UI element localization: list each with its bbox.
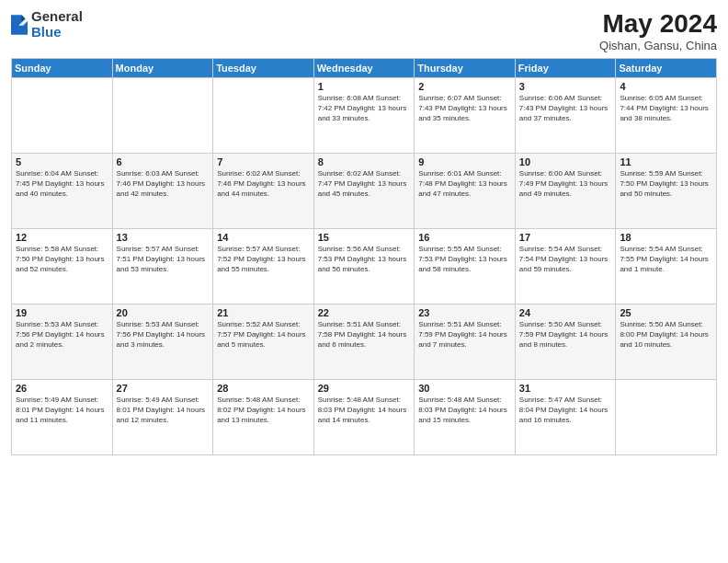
day-number: 6 xyxy=(117,156,210,167)
calendar-body: 1Sunrise: 6:08 AM Sunset: 7:42 PM Daylig… xyxy=(12,78,717,455)
day-info: Sunrise: 5:50 AM Sunset: 7:59 PM Dayligh… xyxy=(519,320,612,350)
day-number: 22 xyxy=(318,307,411,318)
day-number: 23 xyxy=(418,307,511,318)
page-header: General Blue May 2024 Qishan, Gansu, Chi… xyxy=(11,9,717,52)
day-number: 26 xyxy=(16,383,108,394)
day-number: 18 xyxy=(620,232,712,243)
day-info: Sunrise: 6:03 AM Sunset: 7:46 PM Dayligh… xyxy=(117,169,210,199)
calendar-cell: 21Sunrise: 5:52 AM Sunset: 7:57 PM Dayli… xyxy=(213,304,314,380)
day-number: 28 xyxy=(217,383,310,394)
calendar-cell: 26Sunrise: 5:49 AM Sunset: 8:01 PM Dayli… xyxy=(12,380,113,455)
day-number: 4 xyxy=(620,81,712,92)
day-number: 30 xyxy=(418,383,511,394)
calendar-cell: 13Sunrise: 5:57 AM Sunset: 7:51 PM Dayli… xyxy=(112,229,213,304)
calendar: SundayMondayTuesdayWednesdayThursdayFrid… xyxy=(11,58,717,455)
day-number: 31 xyxy=(519,383,612,394)
day-info: Sunrise: 6:04 AM Sunset: 7:45 PM Dayligh… xyxy=(16,169,108,199)
calendar-cell xyxy=(213,78,314,154)
day-number: 7 xyxy=(217,156,310,167)
day-info: Sunrise: 6:07 AM Sunset: 7:43 PM Dayligh… xyxy=(418,94,511,123)
day-info: Sunrise: 6:02 AM Sunset: 7:46 PM Dayligh… xyxy=(217,169,310,199)
day-info: Sunrise: 6:02 AM Sunset: 7:47 PM Dayligh… xyxy=(318,169,411,199)
day-number: 2 xyxy=(418,81,511,92)
day-number: 24 xyxy=(519,307,612,318)
month-title: May 2024 xyxy=(599,9,717,39)
day-info: Sunrise: 5:53 AM Sunset: 7:56 PM Dayligh… xyxy=(16,320,108,350)
calendar-week-1: 1Sunrise: 6:08 AM Sunset: 7:42 PM Daylig… xyxy=(12,78,717,154)
calendar-cell: 31Sunrise: 5:47 AM Sunset: 8:04 PM Dayli… xyxy=(515,380,616,455)
day-info: Sunrise: 5:48 AM Sunset: 8:02 PM Dayligh… xyxy=(217,396,310,425)
calendar-cell xyxy=(12,78,113,154)
calendar-cell: 30Sunrise: 5:48 AM Sunset: 8:03 PM Dayli… xyxy=(415,380,516,455)
day-info: Sunrise: 5:55 AM Sunset: 7:53 PM Dayligh… xyxy=(418,245,511,274)
calendar-cell: 24Sunrise: 5:50 AM Sunset: 7:59 PM Dayli… xyxy=(515,304,616,380)
day-info: Sunrise: 5:54 AM Sunset: 7:54 PM Dayligh… xyxy=(519,245,612,274)
weekday-header-sunday: Sunday xyxy=(12,59,113,78)
day-number: 8 xyxy=(318,156,411,167)
day-number: 11 xyxy=(620,156,712,167)
logo-blue: Blue xyxy=(31,25,83,40)
title-section: May 2024 Qishan, Gansu, China xyxy=(599,9,717,52)
day-info: Sunrise: 6:00 AM Sunset: 7:49 PM Dayligh… xyxy=(519,169,612,199)
calendar-week-3: 12Sunrise: 5:58 AM Sunset: 7:50 PM Dayli… xyxy=(12,229,717,304)
day-number: 15 xyxy=(318,232,411,243)
day-number: 16 xyxy=(418,232,511,243)
calendar-cell: 19Sunrise: 5:53 AM Sunset: 7:56 PM Dayli… xyxy=(12,304,113,380)
day-info: Sunrise: 5:49 AM Sunset: 8:01 PM Dayligh… xyxy=(117,396,210,425)
day-info: Sunrise: 5:48 AM Sunset: 8:03 PM Dayligh… xyxy=(318,396,411,425)
weekday-header-saturday: Saturday xyxy=(616,59,717,78)
day-number: 20 xyxy=(117,307,210,318)
day-number: 3 xyxy=(519,81,612,92)
calendar-cell: 29Sunrise: 5:48 AM Sunset: 8:03 PM Dayli… xyxy=(313,380,415,455)
day-number: 10 xyxy=(519,156,612,167)
calendar-header-row: SundayMondayTuesdayWednesdayThursdayFrid… xyxy=(12,59,717,78)
day-info: Sunrise: 6:05 AM Sunset: 7:44 PM Dayligh… xyxy=(620,94,712,123)
logo-general: General xyxy=(31,9,83,25)
calendar-cell: 23Sunrise: 5:51 AM Sunset: 7:59 PM Dayli… xyxy=(415,304,516,380)
logo-icon xyxy=(11,15,28,35)
day-info: Sunrise: 6:06 AM Sunset: 7:43 PM Dayligh… xyxy=(519,94,612,123)
calendar-cell: 3Sunrise: 6:06 AM Sunset: 7:43 PM Daylig… xyxy=(515,78,616,154)
day-number: 5 xyxy=(16,156,108,167)
day-info: Sunrise: 5:53 AM Sunset: 7:56 PM Dayligh… xyxy=(117,320,210,350)
weekday-header-friday: Friday xyxy=(515,59,616,78)
calendar-cell: 12Sunrise: 5:58 AM Sunset: 7:50 PM Dayli… xyxy=(12,229,113,304)
day-info: Sunrise: 5:48 AM Sunset: 8:03 PM Dayligh… xyxy=(418,396,511,425)
day-info: Sunrise: 5:50 AM Sunset: 8:00 PM Dayligh… xyxy=(620,320,712,350)
day-info: Sunrise: 5:58 AM Sunset: 7:50 PM Dayligh… xyxy=(16,245,108,274)
calendar-cell: 15Sunrise: 5:56 AM Sunset: 7:53 PM Dayli… xyxy=(313,229,415,304)
calendar-cell: 1Sunrise: 6:08 AM Sunset: 7:42 PM Daylig… xyxy=(313,78,415,154)
calendar-cell: 2Sunrise: 6:07 AM Sunset: 7:43 PM Daylig… xyxy=(415,78,516,154)
calendar-cell: 16Sunrise: 5:55 AM Sunset: 7:53 PM Dayli… xyxy=(415,229,516,304)
day-info: Sunrise: 5:51 AM Sunset: 7:58 PM Dayligh… xyxy=(318,320,411,350)
day-info: Sunrise: 5:54 AM Sunset: 7:55 PM Dayligh… xyxy=(620,245,712,274)
calendar-cell: 25Sunrise: 5:50 AM Sunset: 8:00 PM Dayli… xyxy=(616,304,717,380)
calendar-week-4: 19Sunrise: 5:53 AM Sunset: 7:56 PM Dayli… xyxy=(12,304,717,380)
calendar-cell: 10Sunrise: 6:00 AM Sunset: 7:49 PM Dayli… xyxy=(515,154,616,229)
calendar-cell: 8Sunrise: 6:02 AM Sunset: 7:47 PM Daylig… xyxy=(313,154,415,229)
day-info: Sunrise: 5:57 AM Sunset: 7:51 PM Dayligh… xyxy=(117,245,210,274)
day-number: 1 xyxy=(318,81,411,92)
calendar-cell: 7Sunrise: 6:02 AM Sunset: 7:46 PM Daylig… xyxy=(213,154,314,229)
calendar-cell: 5Sunrise: 6:04 AM Sunset: 7:45 PM Daylig… xyxy=(12,154,113,229)
logo: General Blue xyxy=(11,9,83,40)
day-info: Sunrise: 5:59 AM Sunset: 7:50 PM Dayligh… xyxy=(620,169,712,199)
weekday-header-wednesday: Wednesday xyxy=(313,59,415,78)
day-info: Sunrise: 5:56 AM Sunset: 7:53 PM Dayligh… xyxy=(318,245,411,274)
day-number: 12 xyxy=(16,232,108,243)
calendar-cell xyxy=(616,380,717,455)
day-number: 25 xyxy=(620,307,712,318)
location: Qishan, Gansu, China xyxy=(599,39,717,52)
calendar-cell: 22Sunrise: 5:51 AM Sunset: 7:58 PM Dayli… xyxy=(313,304,415,380)
weekday-header-thursday: Thursday xyxy=(415,59,516,78)
day-info: Sunrise: 5:52 AM Sunset: 7:57 PM Dayligh… xyxy=(217,320,310,350)
day-info: Sunrise: 5:49 AM Sunset: 8:01 PM Dayligh… xyxy=(16,396,108,425)
calendar-week-2: 5Sunrise: 6:04 AM Sunset: 7:45 PM Daylig… xyxy=(12,154,717,229)
calendar-cell: 9Sunrise: 6:01 AM Sunset: 7:48 PM Daylig… xyxy=(415,154,516,229)
calendar-cell: 17Sunrise: 5:54 AM Sunset: 7:54 PM Dayli… xyxy=(515,229,616,304)
calendar-cell: 11Sunrise: 5:59 AM Sunset: 7:50 PM Dayli… xyxy=(616,154,717,229)
day-info: Sunrise: 5:51 AM Sunset: 7:59 PM Dayligh… xyxy=(418,320,511,350)
day-info: Sunrise: 6:01 AM Sunset: 7:48 PM Dayligh… xyxy=(418,169,511,199)
calendar-cell: 4Sunrise: 6:05 AM Sunset: 7:44 PM Daylig… xyxy=(616,78,717,154)
day-info: Sunrise: 5:47 AM Sunset: 8:04 PM Dayligh… xyxy=(519,396,612,425)
